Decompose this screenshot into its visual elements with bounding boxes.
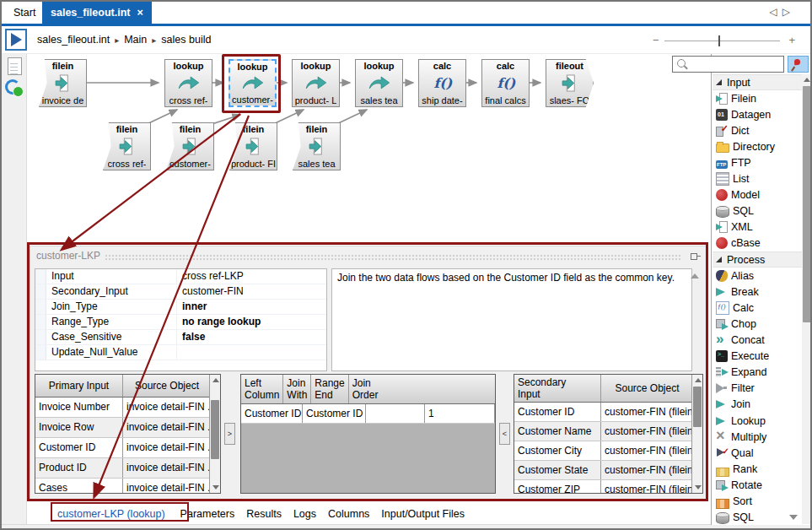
table-row[interactable]: Product ID invoice detail-FIN ... xyxy=(35,458,220,479)
flow-node[interactable]: calc f() final calcs xyxy=(481,59,530,107)
cell-source[interactable]: customer-FIN (filein) xyxy=(601,461,693,479)
flow-node[interactable]: filein f() cross ref- xyxy=(103,122,151,170)
toolbox-item[interactable]: XML xyxy=(713,219,802,235)
flow-node[interactable]: filein f() invoice de xyxy=(39,59,87,107)
toolbox-item[interactable]: Process xyxy=(713,251,802,268)
collapse-triangle-icon[interactable] xyxy=(716,257,722,262)
column-header[interactable]: Primary Input xyxy=(35,375,123,397)
toolbox-item[interactable]: Alias xyxy=(713,268,802,284)
table-row[interactable]: Customer Name customer-FIN (filein) xyxy=(514,422,702,441)
tab-sales-fileout[interactable]: sales_fileout.int × xyxy=(42,2,152,24)
property-value[interactable]: cross ref-LKP xyxy=(177,269,326,284)
flow-node[interactable]: calc f() ship date- xyxy=(418,59,466,107)
toolbox-item[interactable]: Sort xyxy=(713,493,802,509)
cell-field[interactable]: Cases xyxy=(35,479,123,494)
property-row[interactable]: Update_Null_Value xyxy=(35,345,326,360)
tab-scroll-arrows[interactable]: ◁▷ xyxy=(770,6,795,18)
cell-source[interactable]: invoice detail-FIN ... xyxy=(123,458,211,478)
cell-source[interactable]: invoice detail-FIN ... xyxy=(123,418,211,437)
table-row[interactable]: Customer ZIP customer-FIN (filein) xyxy=(514,480,702,494)
toolbox-item[interactable]: Chop xyxy=(713,316,802,332)
toolbox-item[interactable]: cBase xyxy=(713,235,802,251)
cell-field[interactable]: Customer State xyxy=(514,461,601,479)
column-header[interactable]: Range End xyxy=(311,375,348,403)
property-row[interactable]: Case_Sensitive false xyxy=(35,330,326,345)
toolbox-item[interactable]: Directory xyxy=(713,138,802,154)
cell-field[interactable]: Invoice Number xyxy=(35,398,123,417)
move-right-button[interactable]: > xyxy=(224,423,235,445)
property-value[interactable]: inner xyxy=(177,300,326,314)
property-value[interactable]: no range lookup xyxy=(177,315,326,329)
cell-range-end[interactable] xyxy=(366,404,425,423)
toolbox-item[interactable]: Multiply xyxy=(713,429,802,445)
scroll-up-icon[interactable] xyxy=(695,378,702,382)
breadcrumb-item[interactable]: sales_fileout.int xyxy=(37,34,110,46)
scroll-thumb[interactable] xyxy=(803,86,811,322)
toolbox-item[interactable]: Break xyxy=(713,284,802,300)
notes-icon[interactable] xyxy=(8,57,22,75)
property-row[interactable]: Range_Type no range lookup xyxy=(35,315,326,330)
column-header[interactable]: Secondary Input xyxy=(514,375,601,402)
scroll-up-icon[interactable] xyxy=(804,78,810,82)
zoom-slider[interactable]: − + xyxy=(654,33,793,48)
bottom-tab[interactable]: Parameters xyxy=(180,508,235,520)
property-row[interactable]: Secondary_Input customer-FIN xyxy=(35,284,326,300)
bottom-tab[interactable]: Logs xyxy=(293,508,316,520)
table-row[interactable]: Invoice Number invoice detail-FIN ... xyxy=(35,398,220,418)
move-left-button[interactable]: < xyxy=(499,423,510,445)
table-row[interactable]: Customer ID invoice detail-FIN ... xyxy=(35,438,220,458)
property-value[interactable]: customer-FIN xyxy=(177,284,326,299)
zoom-in-icon[interactable]: + xyxy=(788,34,795,46)
cell-source[interactable]: customer-FIN (filein) xyxy=(601,441,693,460)
cell-source[interactable]: invoice detail-FIN ... xyxy=(123,398,211,417)
flow-node[interactable]: lookup f() customer- xyxy=(229,59,277,107)
cell-source[interactable]: customer-FIN (filein) xyxy=(601,403,693,421)
flow-node[interactable]: lookup f() cross ref- xyxy=(164,59,212,107)
scroll-down-icon[interactable] xyxy=(212,485,219,489)
bottom-tab[interactable]: Input/Output Files xyxy=(381,508,465,520)
bottom-tab[interactable]: Results xyxy=(246,508,282,520)
scroll-down-icon[interactable] xyxy=(695,485,702,489)
secondary-table-scrollbar[interactable] xyxy=(691,375,702,493)
toolbox-item[interactable]: List xyxy=(713,171,802,187)
toolbox-item[interactable]: Dict xyxy=(713,122,802,138)
cell-field[interactable]: Customer ID xyxy=(35,438,123,457)
zoom-slider-handle[interactable] xyxy=(718,35,720,46)
toolbox-item[interactable]: Execute xyxy=(713,349,802,365)
toolbox-item[interactable]: Qual xyxy=(713,445,802,461)
toolbox-item[interactable]: Datagen xyxy=(713,106,802,122)
toolbox-item[interactable]: SQL xyxy=(713,203,802,219)
cell-field[interactable]: Product ID xyxy=(35,458,123,478)
property-value[interactable]: false xyxy=(177,330,326,344)
flow-node[interactable]: filein f() customer- xyxy=(166,122,214,170)
cell-field[interactable]: Customer Name xyxy=(514,422,601,441)
toolbox-item[interactable]: Rank xyxy=(713,461,802,477)
toolbox-item[interactable]: Rotate xyxy=(713,477,802,493)
column-header[interactable]: Join Order xyxy=(349,375,382,403)
tab-close-icon[interactable]: × xyxy=(137,7,143,19)
table-row[interactable]: Invoice Row invoice detail-FIN ... xyxy=(35,418,220,438)
column-header[interactable]: Join With xyxy=(283,375,311,403)
column-header[interactable]: Left Column xyxy=(241,375,283,403)
table-row[interactable]: Cases invoice detail-FIN ... xyxy=(35,479,220,494)
toolbox-item[interactable]: Filter xyxy=(713,381,802,397)
toolbox-item[interactable]: Concat xyxy=(713,333,802,349)
toolbox-item[interactable]: Lookup xyxy=(713,413,802,429)
property-row[interactable]: Input cross ref-LKP xyxy=(35,269,326,284)
cell-field[interactable]: Invoice Row xyxy=(35,418,123,437)
primary-table-scrollbar[interactable] xyxy=(209,375,220,493)
cell-left-column[interactable]: Customer ID xyxy=(241,404,303,423)
flow-node[interactable]: lookup f() sales tea xyxy=(355,59,403,107)
property-row[interactable]: Join_Type inner xyxy=(35,300,326,315)
breadcrumb-item[interactable]: sales build xyxy=(152,34,211,46)
panel-scroll-up-icon[interactable] xyxy=(691,273,699,279)
run-button[interactable] xyxy=(5,29,27,51)
breadcrumb-item[interactable]: Main xyxy=(115,34,147,46)
unpin-icon[interactable] xyxy=(691,251,699,260)
property-value[interactable] xyxy=(177,345,326,360)
toolbox-item[interactable]: Filein xyxy=(713,90,802,106)
bottom-tab[interactable]: customer-LKP (lookup) xyxy=(54,508,169,520)
bottom-tab[interactable]: Columns xyxy=(328,508,369,520)
cell-source[interactable]: customer-FIN (filein) xyxy=(601,422,693,441)
join-row[interactable]: Customer ID Customer ID 1 xyxy=(241,404,495,424)
